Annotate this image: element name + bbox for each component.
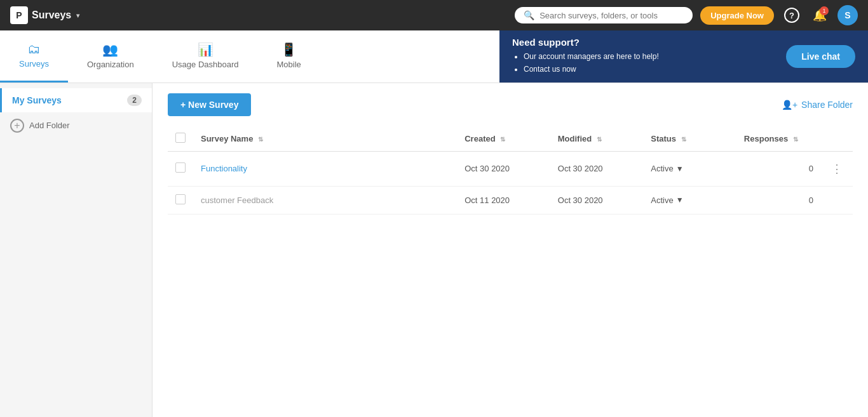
row1-responses-cell: 0 xyxy=(736,151,821,186)
app-logo: P xyxy=(10,6,28,24)
row1-checkbox-cell xyxy=(168,151,193,186)
row2-checkbox-cell xyxy=(168,186,193,214)
live-chat-button[interactable]: Live chat xyxy=(786,45,855,68)
support-bullet2: Contact us now xyxy=(524,63,659,76)
main-content: My Surveys 2 + Add Folder + New Survey 👤… xyxy=(0,83,868,417)
support-bullet1: Our account managers are here to help! xyxy=(524,50,659,63)
row1-status-arrow: ▼ xyxy=(676,164,684,173)
share-folder-icon: 👤+ xyxy=(782,100,797,110)
support-banner: Need support? Our account managers are h… xyxy=(499,30,868,83)
share-folder-label: Share Folder xyxy=(801,100,853,110)
column-header-status[interactable]: Status ⇅ xyxy=(643,126,736,152)
row1-status: Active xyxy=(651,164,673,173)
secondary-nav: 🗂 Surveys 👥 Organization 📊 Usage Dashboa… xyxy=(0,30,868,83)
mobile-tab-icon: 📱 xyxy=(281,42,297,57)
name-sort-icon: ⇅ xyxy=(258,136,263,143)
row2-status-arrow: ▼ xyxy=(676,195,684,204)
add-folder-icon: + xyxy=(10,119,24,133)
add-folder-label: Add Folder xyxy=(29,121,70,130)
modified-sort-icon: ⇅ xyxy=(597,136,602,143)
new-survey-button[interactable]: + New Survey xyxy=(168,93,251,116)
app-dropdown-arrow[interactable]: ▾ xyxy=(76,12,79,19)
row2-modified: Oct 30 2020 xyxy=(558,195,603,205)
tab-organization[interactable]: 👥 Organization xyxy=(68,30,153,83)
app-title: Surveys xyxy=(32,10,71,21)
row1-name-cell: Functionality xyxy=(193,151,457,186)
notification-badge: 1 xyxy=(820,6,829,15)
sidebar: My Surveys 2 + Add Folder xyxy=(0,83,153,417)
usage-dashboard-tab-label: Usage Dashboard xyxy=(172,60,239,69)
tab-mobile[interactable]: 📱 Mobile xyxy=(257,30,320,83)
mobile-tab-label: Mobile xyxy=(276,60,301,69)
row1-status-dropdown[interactable]: Active ▼ xyxy=(651,164,729,173)
table-row: customer Feedback Oct 11 2020 Oct 30 202… xyxy=(168,186,853,214)
upgrade-button[interactable]: Upgrade Now xyxy=(700,6,774,25)
help-icon: ? xyxy=(784,8,799,23)
created-sort-icon: ⇅ xyxy=(500,136,505,143)
surveys-tab-label: Surveys xyxy=(19,59,49,69)
row1-survey-link[interactable]: Functionality xyxy=(201,164,247,173)
status-sort-icon: ⇅ xyxy=(681,136,686,143)
table-row: Functionality Oct 30 2020 Oct 30 2020 Ac… xyxy=(168,151,853,186)
row2-status-dropdown[interactable]: Active ▼ xyxy=(651,195,729,205)
nav-tabs: 🗂 Surveys 👥 Organization 📊 Usage Dashboa… xyxy=(0,30,320,83)
survey-list: + New Survey 👤+ Share Folder Survey Name… xyxy=(153,83,868,417)
search-icon: 🔍 xyxy=(524,10,534,20)
row2-responses: 0 xyxy=(809,195,813,205)
column-header-responses[interactable]: Responses ⇅ xyxy=(736,126,821,152)
organization-tab-icon: 👥 xyxy=(102,42,118,57)
tab-surveys[interactable]: 🗂 Surveys xyxy=(0,30,68,83)
row2-actions-cell xyxy=(821,186,853,214)
help-button[interactable]: ? xyxy=(782,5,802,25)
tab-usage-dashboard[interactable]: 📊 Usage Dashboard xyxy=(153,30,258,83)
my-surveys-count: 2 xyxy=(127,95,142,106)
app-logo-area: P Surveys ▾ xyxy=(10,6,79,24)
row2-checkbox[interactable] xyxy=(175,194,186,204)
row2-created: Oct 11 2020 xyxy=(465,195,510,205)
row2-modified-cell: Oct 30 2020 xyxy=(550,186,644,214)
select-all-header xyxy=(168,126,193,152)
column-header-actions xyxy=(821,126,853,152)
add-folder-item[interactable]: + Add Folder xyxy=(0,112,152,139)
surveys-tab-icon: 🗂 xyxy=(27,42,40,56)
surveys-table: Survey Name ⇅ Created ⇅ Modified ⇅ Statu… xyxy=(168,126,853,215)
support-title: Need support? xyxy=(512,37,659,48)
top-nav-right: 🔍 Upgrade Now ? 🔔 1 S xyxy=(515,5,858,25)
row2-status: Active xyxy=(651,195,673,205)
sidebar-item-my-surveys[interactable]: My Surveys 2 xyxy=(0,88,152,112)
column-header-name[interactable]: Survey Name ⇅ xyxy=(193,126,457,152)
row1-responses: 0 xyxy=(809,164,813,173)
row2-name-cell: customer Feedback xyxy=(193,186,457,214)
select-all-checkbox[interactable] xyxy=(175,133,186,143)
support-text: Need support? Our account managers are h… xyxy=(512,37,659,76)
column-header-created[interactable]: Created ⇅ xyxy=(457,126,550,152)
responses-sort-icon: ⇅ xyxy=(793,136,798,143)
row2-status-cell: Active ▼ xyxy=(643,186,736,214)
survey-list-header: + New Survey 👤+ Share Folder xyxy=(168,93,853,116)
row1-checkbox[interactable] xyxy=(175,162,186,173)
row1-more-button[interactable]: ⋮ xyxy=(829,159,845,178)
avatar-button[interactable]: S xyxy=(837,5,858,25)
organization-tab-label: Organization xyxy=(87,60,134,69)
row1-status-cell: Active ▼ xyxy=(643,151,736,186)
row1-created-cell: Oct 30 2020 xyxy=(457,151,550,186)
notifications-button[interactable]: 🔔 1 xyxy=(810,5,830,25)
row1-actions-cell: ⋮ xyxy=(821,151,853,186)
top-nav: P Surveys ▾ 🔍 Upgrade Now ? 🔔 1 S xyxy=(0,0,868,30)
row2-survey-link[interactable]: customer Feedback xyxy=(201,195,273,205)
my-surveys-label: My Surveys xyxy=(12,95,62,105)
row1-created: Oct 30 2020 xyxy=(465,164,510,173)
share-folder-button[interactable]: 👤+ Share Folder xyxy=(782,100,853,110)
row2-responses-cell: 0 xyxy=(736,186,821,214)
row1-modified-cell: Oct 30 2020 xyxy=(550,151,644,186)
column-header-modified[interactable]: Modified ⇅ xyxy=(550,126,644,152)
row2-created-cell: Oct 11 2020 xyxy=(457,186,550,214)
usage-dashboard-tab-icon: 📊 xyxy=(198,42,214,57)
search-bar[interactable]: 🔍 xyxy=(515,7,693,23)
search-input[interactable] xyxy=(539,11,684,20)
row1-modified: Oct 30 2020 xyxy=(558,164,603,173)
